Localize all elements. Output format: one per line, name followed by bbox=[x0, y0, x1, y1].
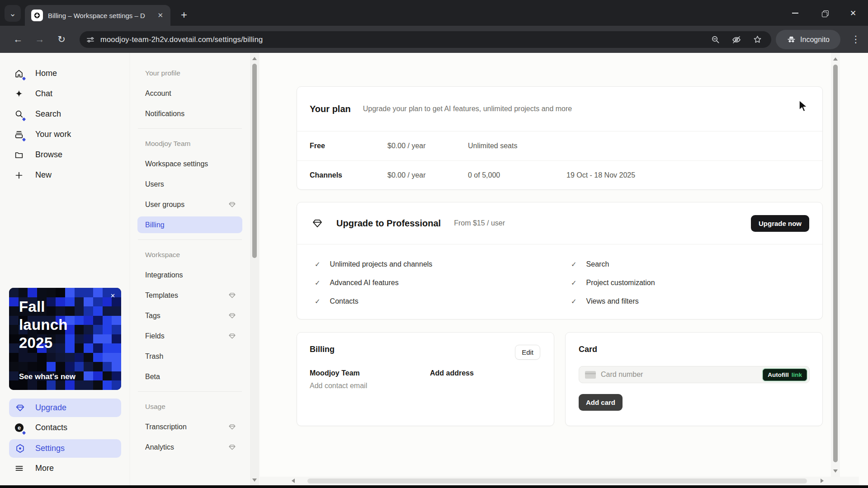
incognito-badge[interactable]: Incognito bbox=[776, 30, 840, 49]
feature-item: ✓Project customization bbox=[571, 273, 655, 292]
card-number-input[interactable]: Card number Autofill link bbox=[579, 366, 810, 383]
home-icon bbox=[14, 68, 24, 79]
gem-icon bbox=[228, 332, 236, 340]
sidebar-item-chat[interactable]: Chat bbox=[0, 84, 130, 104]
feature-item: ✓Unlimited projects and channels bbox=[315, 255, 571, 273]
hamburger-icon bbox=[14, 463, 24, 474]
sparkle-icon bbox=[14, 89, 24, 99]
nav-item-beta[interactable]: Beta bbox=[137, 368, 242, 385]
address-bar[interactable]: moodjoy-team-2h2v.dovetail.com/settings/… bbox=[80, 31, 771, 48]
sidebar-item-upgrade[interactable]: Upgrade bbox=[9, 399, 121, 417]
nav-item-fields[interactable]: Fields bbox=[137, 328, 242, 344]
sidebar-item-new[interactable]: New bbox=[0, 165, 130, 185]
close-icon: ✕ bbox=[850, 9, 856, 18]
nav-item-user-groups[interactable]: User groups bbox=[137, 196, 242, 213]
plan-usage: 0 of 5,000 bbox=[468, 171, 566, 179]
nav-item-templates[interactable]: Templates bbox=[137, 287, 242, 304]
feature-item: ✓Views and filters bbox=[571, 292, 655, 310]
scroll-right-arrow[interactable] bbox=[821, 479, 824, 483]
reload-button[interactable]: ↻ bbox=[55, 33, 68, 46]
promo-card[interactable]: Fall launch 2025 ✕ See what's new bbox=[9, 288, 121, 390]
zoom-out-icon[interactable] bbox=[711, 35, 720, 44]
tab-close-icon[interactable]: ✕ bbox=[156, 10, 165, 20]
close-icon[interactable]: ✕ bbox=[110, 292, 115, 299]
your-work-icon bbox=[14, 129, 24, 140]
nav-item-analytics[interactable]: Analytics bbox=[137, 439, 242, 455]
nav-item-notifications[interactable]: Notifications bbox=[137, 105, 242, 122]
nav-item-label: Fields bbox=[145, 332, 228, 340]
nav-item-workspace-settings[interactable]: Workspace settings bbox=[137, 155, 242, 172]
plus-icon bbox=[14, 170, 24, 181]
settings-nav-scrollbar[interactable] bbox=[250, 53, 259, 485]
back-button[interactable]: ← bbox=[12, 33, 24, 46]
nav-item-label: Workspace settings bbox=[145, 160, 236, 168]
eye-off-icon[interactable] bbox=[731, 35, 741, 45]
your-plan-card: Your plan Upgrade your plan to get AI fe… bbox=[297, 86, 823, 190]
scroll-up-arrow[interactable] bbox=[252, 56, 257, 61]
scroll-left-arrow[interactable] bbox=[292, 479, 295, 483]
promo-cta[interactable]: See what's new bbox=[19, 372, 75, 381]
scroll-down-arrow[interactable] bbox=[833, 469, 838, 473]
window-close-button[interactable]: ✕ bbox=[843, 6, 863, 20]
sidebar-item-label: Your work bbox=[35, 130, 71, 139]
feature-item: ✓Advanced AI features bbox=[315, 273, 571, 292]
nav-item-users[interactable]: Users bbox=[137, 176, 242, 192]
scrollbar-thumb[interactable] bbox=[833, 65, 838, 462]
billing-card-title: Billing bbox=[310, 345, 541, 354]
feature-label: Search bbox=[586, 260, 609, 268]
upgrade-now-button[interactable]: Upgrade now bbox=[751, 215, 809, 232]
forward-button[interactable]: → bbox=[33, 33, 46, 46]
bookmark-star-icon[interactable] bbox=[753, 35, 762, 44]
sidebar-item-settings[interactable]: Settings bbox=[9, 439, 121, 458]
add-card-button[interactable]: Add card bbox=[579, 394, 623, 411]
browser-window: ⌄ Billing – Workspace settings – D ✕ + ✕… bbox=[0, 0, 868, 488]
credit-card-icon bbox=[585, 371, 596, 379]
sidebar-item-your-work[interactable]: Your work bbox=[0, 124, 130, 145]
search-icon bbox=[14, 109, 24, 120]
tab-title: Billing – Workspace settings – D bbox=[48, 12, 151, 19]
nav-item-account[interactable]: Account bbox=[137, 85, 242, 102]
nav-item-transcription[interactable]: Transcription bbox=[137, 418, 242, 435]
sidebar-item-browse[interactable]: Browse bbox=[0, 145, 130, 165]
features-right-column: ✓Search✓Project customization✓Views and … bbox=[571, 255, 655, 310]
feature-label: Advanced AI features bbox=[330, 279, 399, 287]
browser-menu-button[interactable]: ⋮ bbox=[849, 34, 863, 45]
edit-button[interactable]: Edit bbox=[515, 345, 540, 360]
nav-item-trash[interactable]: Trash bbox=[137, 348, 242, 365]
scrollbar-thumb[interactable] bbox=[307, 479, 807, 483]
scroll-up-arrow[interactable] bbox=[833, 56, 838, 61]
nav-section-divider bbox=[138, 128, 242, 129]
browser-tab[interactable]: Billing – Workspace settings – D ✕ bbox=[25, 5, 170, 26]
sidebar-item-label: New bbox=[35, 170, 52, 180]
content-vertical-scrollbar[interactable] bbox=[831, 53, 840, 477]
sidebar-item-home[interactable]: Home bbox=[0, 63, 130, 84]
nav-item-label: Tags bbox=[145, 312, 228, 320]
new-tab-button[interactable]: + bbox=[177, 9, 191, 21]
nav-section-header: Your profile bbox=[145, 65, 260, 81]
nav-item-billing[interactable]: Billing bbox=[137, 216, 242, 233]
sidebar-item-contacts[interactable]: e Contacts bbox=[0, 418, 130, 438]
sidebar-item-search[interactable]: Search bbox=[0, 104, 130, 124]
scrollbar-thumb[interactable] bbox=[252, 64, 257, 258]
sidebar-item-label: Chat bbox=[35, 89, 52, 99]
check-icon: ✓ bbox=[571, 260, 577, 268]
feature-item: ✓Search bbox=[571, 255, 655, 273]
plan-price: $0.00 / year bbox=[387, 142, 468, 150]
add-address-link[interactable]: Add address bbox=[430, 369, 474, 377]
content-horizontal-scrollbar[interactable] bbox=[260, 477, 859, 485]
promo-title: Fall launch 2025 bbox=[19, 298, 68, 352]
window-restore-button[interactable] bbox=[815, 6, 835, 20]
plan-card-header: Your plan Upgrade your plan to get AI fe… bbox=[297, 87, 822, 131]
window-minimize-button[interactable] bbox=[785, 6, 805, 20]
site-info-icon[interactable] bbox=[86, 35, 95, 44]
nav-item-tags[interactable]: Tags bbox=[137, 307, 242, 324]
plan-card-subtitle: Upgrade your plan to get AI features, un… bbox=[363, 105, 572, 113]
add-contact-email-link[interactable]: Add contact email bbox=[310, 382, 541, 390]
scroll-down-arrow[interactable] bbox=[252, 478, 257, 482]
nav-item-integrations[interactable]: Integrations bbox=[137, 267, 242, 283]
plan-name: Channels bbox=[310, 171, 387, 179]
autofill-badge[interactable]: Autofill link bbox=[763, 369, 807, 381]
nav-item-label: Notifications bbox=[145, 110, 236, 118]
tab-search-chevron-button[interactable]: ⌄ bbox=[5, 5, 21, 22]
sidebar-item-more[interactable]: More bbox=[0, 458, 130, 479]
